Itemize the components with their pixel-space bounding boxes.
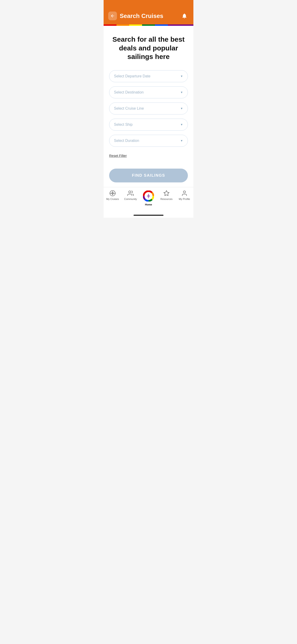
duration-placeholder: Select Duration	[114, 139, 139, 143]
back-button[interactable]	[108, 12, 117, 20]
resources-icon	[163, 190, 170, 196]
header-left: Search Cruises	[108, 12, 163, 20]
phone-screen: Search Cruises Search for all the best d…	[104, 0, 194, 218]
destination-placeholder: Select Destination	[114, 90, 144, 94]
nav-item-my-profile[interactable]: My Profile	[176, 190, 194, 200]
reset-filter-link[interactable]: Reset Filter	[109, 154, 127, 158]
bottom-navigation: My Cruises Community	[104, 187, 194, 213]
community-icon	[127, 190, 134, 196]
notification-button[interactable]	[180, 12, 189, 20]
destination-dropdown[interactable]: Select Destination ▼	[109, 86, 188, 98]
home-icon-container	[142, 190, 154, 202]
my-profile-icon	[181, 190, 188, 196]
home-indicator	[134, 215, 164, 216]
svg-marker-8	[164, 190, 169, 196]
hero-heading: Search for all the best deals and popula…	[109, 35, 188, 61]
svg-point-2	[129, 191, 131, 193]
ship-placeholder: Select Ship	[114, 122, 132, 127]
chevron-down-icon: ▼	[180, 123, 183, 126]
departure-date-placeholder: Select Departure Date	[114, 74, 150, 78]
chevron-down-icon: ▼	[180, 107, 183, 110]
cruise-line-placeholder: Select Cruise Line	[114, 106, 144, 110]
my-profile-label: My Profile	[179, 198, 190, 200]
my-cruises-label: My Cruises	[106, 198, 119, 200]
header: Search Cruises	[104, 0, 194, 24]
resources-label: Resources	[160, 198, 173, 200]
community-label: Community	[124, 198, 137, 200]
chevron-down-icon: ▼	[180, 91, 183, 94]
ship-dropdown[interactable]: Select Ship ▼	[109, 118, 188, 130]
chevron-down-icon: ▼	[180, 75, 183, 78]
chevron-down-icon: ▼	[180, 139, 183, 142]
find-sailings-button[interactable]: FIND SAILINGS	[109, 168, 188, 182]
departure-date-dropdown[interactable]: Select Departure Date ▼	[109, 70, 188, 82]
nav-item-community[interactable]: Community	[122, 190, 140, 200]
svg-point-9	[183, 191, 185, 193]
nav-item-my-cruises[interactable]: My Cruises	[104, 190, 122, 200]
filter-group: Select Departure Date ▼ Select Destinati…	[109, 70, 188, 147]
duration-dropdown[interactable]: Select Duration ▼	[109, 135, 188, 147]
home-label: Home	[145, 203, 152, 206]
main-content: Search for all the best deals and popula…	[104, 26, 194, 187]
nav-item-home[interactable]: Home	[140, 190, 158, 206]
cruise-line-dropdown[interactable]: Select Cruise Line ▼	[109, 102, 188, 114]
my-cruises-icon	[109, 190, 116, 196]
nav-item-resources[interactable]: Resources	[158, 190, 176, 200]
page-title: Search Cruises	[120, 12, 163, 20]
